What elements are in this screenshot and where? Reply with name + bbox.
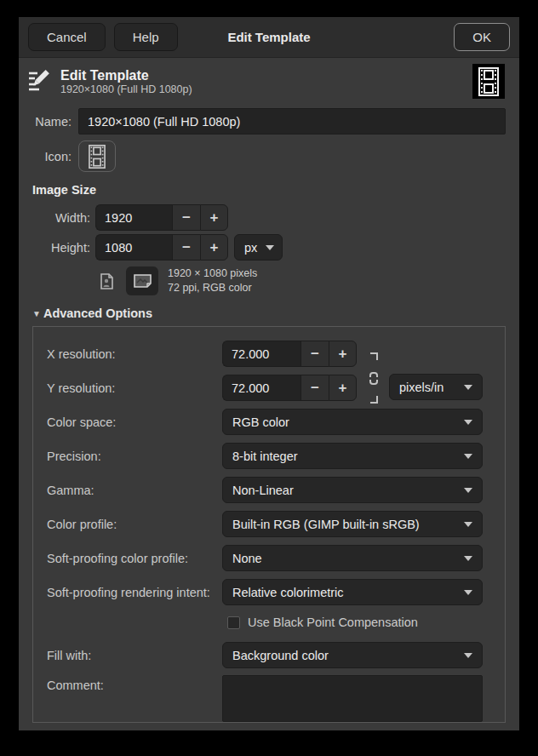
- color-space-value: RGB color: [232, 415, 289, 429]
- portrait-page-icon: [100, 273, 113, 289]
- dialog-titlebar: Cancel Help Edit Template OK: [19, 17, 519, 58]
- color-space-label: Color space:: [47, 415, 222, 429]
- soft-proofing-profile-label: Soft-proofing color profile:: [47, 552, 222, 565]
- chain-icon: [367, 352, 381, 404]
- y-resolution-decrease-button[interactable]: −: [300, 375, 329, 401]
- resolution-block: X resolution: − + Y resolution: − +: [47, 340, 491, 402]
- template-preview-film-icon: [472, 64, 505, 99]
- soft-proofing-profile-value: None: [232, 552, 262, 565]
- precision-value: 8-bit integer: [232, 450, 298, 463]
- soft-proofing-profile-row: Soft-proofing color profile: None: [47, 544, 491, 572]
- precision-row: Precision: 8-bit integer: [47, 442, 491, 470]
- info-header: Edit Template 1920×1080 (Full HD 1080p): [19, 58, 519, 103]
- comment-row: Comment:: [47, 675, 491, 722]
- portrait-orientation-button[interactable]: [94, 266, 119, 295]
- x-resolution-decrease-button[interactable]: −: [300, 341, 329, 367]
- chevron-down-icon: [464, 522, 472, 527]
- chevron-down-icon: [464, 653, 472, 658]
- height-spinner: − +: [95, 234, 228, 261]
- fill-with-row: Fill with: Background color: [47, 641, 491, 669]
- template-icon-button[interactable]: [78, 140, 116, 172]
- x-resolution-input[interactable]: [222, 341, 300, 367]
- height-decrease-button[interactable]: −: [172, 234, 200, 261]
- advanced-options-heading: Advanced Options: [43, 306, 152, 320]
- image-size-heading: Image Size: [32, 183, 506, 197]
- advanced-options-expander[interactable]: ▼ Advanced Options: [32, 306, 506, 320]
- film-icon: [88, 145, 106, 169]
- chevron-down-icon: [464, 385, 472, 390]
- chevron-down-icon: [464, 454, 472, 459]
- gamma-row: Gamma: Non-Linear: [47, 476, 491, 504]
- chevron-down-icon: [464, 488, 472, 493]
- soft-proofing-intent-row: Soft-proofing rendering intent: Relative…: [47, 578, 491, 606]
- size-unit-value: px: [244, 241, 257, 255]
- icon-label: Icon:: [32, 150, 72, 163]
- comment-label: Comment:: [47, 675, 222, 692]
- name-label: Name:: [32, 115, 72, 129]
- fill-with-dropdown[interactable]: Background color: [222, 642, 483, 668]
- chevron-down-icon: [266, 245, 274, 250]
- chevron-down-icon: [464, 556, 472, 561]
- black-point-compensation-row: Use Black Point Compensation: [227, 612, 491, 633]
- fill-with-label: Fill with:: [47, 649, 222, 662]
- size-summary-line1: 1920 × 1080 pixels: [168, 266, 257, 281]
- height-row: Height: − + px: [43, 234, 506, 261]
- chain-link-toggle[interactable]: [365, 350, 382, 406]
- orientation-summary-row: 1920 × 1080 pixels 72 ppi, RGB color: [94, 266, 506, 295]
- y-resolution-increase-button[interactable]: +: [329, 375, 357, 401]
- landscape-orientation-button[interactable]: [126, 266, 158, 295]
- gamma-label: Gamma:: [47, 484, 222, 497]
- color-space-row: Color space: RGB color: [47, 408, 491, 436]
- size-unit-dropdown[interactable]: px: [234, 234, 283, 261]
- soft-proofing-profile-dropdown[interactable]: None: [222, 545, 483, 571]
- advanced-options-panel: X resolution: − + Y resolution: − +: [32, 326, 506, 723]
- precision-label: Precision:: [47, 450, 222, 463]
- color-profile-label: Color profile:: [47, 518, 222, 531]
- info-title: Edit Template: [60, 67, 472, 83]
- template-form: Name: Icon: Image Size Width:: [19, 108, 519, 723]
- x-resolution-row: X resolution: − +: [47, 340, 491, 368]
- color-profile-row: Color profile: Built-in RGB (GIMP built-…: [47, 510, 491, 538]
- size-summary: 1920 × 1080 pixels 72 ppi, RGB color: [168, 266, 257, 295]
- icon-row: Icon:: [32, 140, 506, 172]
- soft-proofing-intent-value: Relative colorimetric: [232, 586, 344, 599]
- size-summary-line2: 72 ppi, RGB color: [168, 281, 257, 295]
- width-spinner: − +: [95, 204, 228, 231]
- color-profile-dropdown[interactable]: Built-in RGB (GIMP built-in sRGB): [222, 511, 483, 537]
- width-input[interactable]: [95, 204, 172, 231]
- black-point-compensation-label: Use Black Point Compensation: [248, 616, 418, 629]
- info-subtitle: 1920×1080 (Full HD 1080p): [60, 83, 472, 96]
- soft-proofing-intent-label: Soft-proofing rendering intent:: [47, 586, 222, 599]
- x-resolution-spinner: − +: [222, 341, 357, 367]
- landscape-page-icon: [134, 274, 152, 288]
- expander-triangle-icon: ▼: [32, 309, 41, 318]
- y-resolution-spinner: − +: [222, 375, 357, 401]
- resolution-unit-dropdown[interactable]: pixels/in: [389, 374, 483, 400]
- height-label: Height:: [43, 241, 90, 255]
- cancel-button[interactable]: Cancel: [28, 23, 106, 51]
- width-increase-button[interactable]: +: [200, 204, 228, 231]
- precision-dropdown[interactable]: 8-bit integer: [222, 443, 483, 469]
- help-button[interactable]: Help: [114, 23, 178, 51]
- soft-proofing-intent-dropdown[interactable]: Relative colorimetric: [222, 579, 483, 605]
- chevron-down-icon: [464, 590, 472, 595]
- x-resolution-increase-button[interactable]: +: [329, 341, 357, 367]
- comment-input[interactable]: [222, 675, 483, 722]
- black-point-compensation-checkbox[interactable]: [227, 616, 240, 629]
- info-text: Edit Template 1920×1080 (Full HD 1080p): [60, 67, 472, 96]
- gamma-value: Non-Linear: [232, 484, 294, 497]
- edit-template-dialog: Cancel Help Edit Template OK Edit Templa…: [19, 17, 519, 730]
- gamma-dropdown[interactable]: Non-Linear: [222, 477, 483, 503]
- height-increase-button[interactable]: +: [200, 234, 228, 261]
- width-row: Width: − +: [43, 204, 506, 231]
- y-resolution-input[interactable]: [222, 375, 300, 401]
- color-space-dropdown[interactable]: RGB color: [222, 409, 483, 435]
- chevron-down-icon: [464, 420, 472, 425]
- ok-button[interactable]: OK: [454, 23, 510, 51]
- height-input[interactable]: [95, 234, 172, 261]
- width-decrease-button[interactable]: −: [172, 204, 200, 231]
- y-resolution-label: Y resolution:: [47, 381, 222, 395]
- color-profile-value: Built-in RGB (GIMP built-in sRGB): [232, 518, 420, 531]
- resolution-unit-value: pixels/in: [399, 381, 444, 394]
- name-input[interactable]: [78, 108, 506, 135]
